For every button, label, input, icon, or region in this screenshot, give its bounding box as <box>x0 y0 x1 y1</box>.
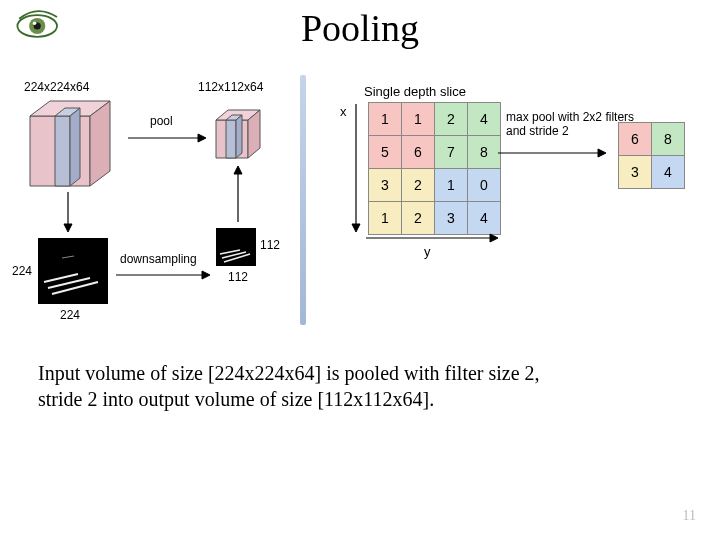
cell-2-1: 2 <box>402 169 435 202</box>
page-number: 11 <box>683 508 696 524</box>
input-volume-label: 224x224x64 <box>24 80 89 94</box>
svg-marker-27 <box>352 224 360 232</box>
maxpool-arrow <box>498 146 608 160</box>
svg-marker-31 <box>598 149 606 157</box>
svg-marker-13 <box>226 120 236 158</box>
out-1-1: 4 <box>652 156 685 189</box>
cell-1-1: 6 <box>402 136 435 169</box>
output-volume-label: 112x112x64 <box>198 80 263 94</box>
cell-2-2: 1 <box>435 169 468 202</box>
cell-0-1: 1 <box>402 103 435 136</box>
output-image-w: 112 <box>228 270 248 284</box>
output-grid: 6 8 3 4 <box>618 122 685 189</box>
svg-rect-25 <box>216 228 256 266</box>
cell-3-1: 2 <box>402 202 435 235</box>
svg-marker-21 <box>234 166 242 174</box>
svg-marker-15 <box>236 115 242 158</box>
caption-text: Input volume of size [224x224x64] is poo… <box>38 360 678 412</box>
svg-marker-29 <box>490 234 498 242</box>
cell-2-3: 0 <box>468 169 501 202</box>
uparrow-right <box>228 166 248 222</box>
caption-line-2: stride 2 into output volume of size [112… <box>38 388 434 410</box>
svg-marker-17 <box>198 134 206 142</box>
output-image-thumb <box>216 228 256 266</box>
output-image-h: 112 <box>260 238 280 252</box>
downsample-arrow <box>116 268 212 282</box>
cell-1-2: 7 <box>435 136 468 169</box>
downsampling-label: downsampling <box>120 252 197 266</box>
cell-1-3: 8 <box>468 136 501 169</box>
cell-0-3: 4 <box>468 103 501 136</box>
downarrow-left <box>58 192 78 232</box>
cell-3-3: 4 <box>468 202 501 235</box>
out-1-0: 3 <box>619 156 652 189</box>
cell-3-0: 1 <box>369 202 402 235</box>
cell-2-0: 3 <box>369 169 402 202</box>
pool-arrow <box>128 128 208 148</box>
svg-marker-6 <box>90 101 110 186</box>
cell-0-2: 2 <box>435 103 468 136</box>
output-volume-box <box>210 106 280 166</box>
cell-1-0: 5 <box>369 136 402 169</box>
x-axis-arrow <box>350 104 362 234</box>
pool-desc-2: and stride 2 <box>506 124 569 140</box>
page-title: Pooling <box>0 6 720 50</box>
svg-marker-19 <box>64 224 72 232</box>
caption-line-1: Input volume of size [224x224x64] is poo… <box>38 362 540 384</box>
svg-rect-24 <box>38 238 108 304</box>
svg-marker-23 <box>202 271 210 279</box>
out-0-0: 6 <box>619 123 652 156</box>
input-image-h: 224 <box>12 264 32 278</box>
input-image-w: 224 <box>60 308 80 322</box>
input-volume-box <box>20 96 130 196</box>
out-0-1: 8 <box>652 123 685 156</box>
cell-0-0: 1 <box>369 103 402 136</box>
x-axis-label: x <box>340 104 347 119</box>
input-grid: 1 1 2 4 5 6 7 8 3 2 1 0 1 2 3 4 <box>368 102 501 235</box>
y-axis-label: y <box>424 244 431 259</box>
input-image-thumb <box>38 238 108 304</box>
svg-marker-7 <box>55 116 70 186</box>
cell-3-2: 3 <box>435 202 468 235</box>
y-axis-arrow <box>366 232 500 244</box>
pool-label: pool <box>150 114 173 128</box>
diagram-area: 224x224x64 112x112x64 pool downsampling <box>0 80 720 340</box>
svg-marker-9 <box>70 108 80 186</box>
slice-title: Single depth slice <box>364 84 466 99</box>
